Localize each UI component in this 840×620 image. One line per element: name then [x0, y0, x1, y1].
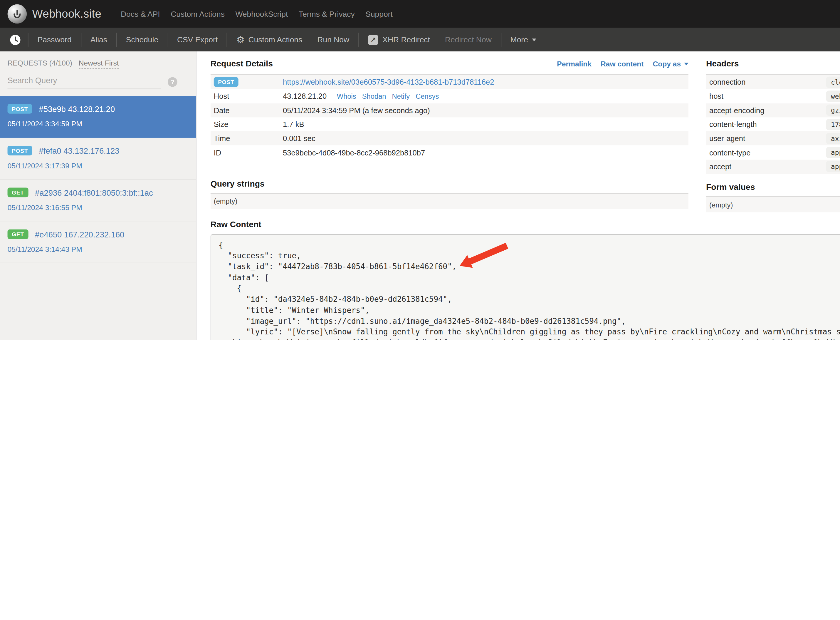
table-row: Time 0.001 sec — [210, 131, 688, 146]
request-id-ip: #53e9b 43.128.21.20 — [39, 105, 115, 114]
method-badge: POST — [8, 104, 32, 114]
toolbar-divider — [167, 32, 168, 47]
header-name: host — [709, 92, 826, 101]
nav-link-terms-privacy[interactable]: Terms & Privacy — [293, 10, 360, 18]
date-value: 05/11/2024 3:34:59 PM (a few seconds ago… — [283, 106, 430, 114]
top-navbar: Webhook.site Docs & API Custom Actions W… — [0, 0, 840, 28]
header-value: axi — [826, 133, 840, 144]
header-value: clo — [826, 77, 840, 87]
toolbar-divider — [358, 32, 359, 47]
toolbar-item-label: Custom Actions — [248, 35, 302, 44]
action-toolbar: Password Alias Schedule CSV Export ⚙ Cus… — [0, 28, 840, 51]
request-timestamp: 05/11/2024 3:17:39 PM — [8, 162, 189, 170]
netify-link[interactable]: Netify — [392, 92, 410, 100]
form-values-table: (empty) — [706, 196, 840, 212]
toolbar-divider — [28, 32, 29, 47]
method-badge: POST — [8, 146, 32, 155]
header-name: content-length — [709, 120, 826, 129]
row-label: ID — [214, 148, 283, 157]
history-clock-icon[interactable] — [10, 34, 26, 45]
header-name: accept-encoding — [709, 106, 826, 114]
method-badge: GET — [8, 229, 29, 239]
raw-content-link[interactable]: Raw content — [601, 60, 643, 68]
empty-row: (empty) — [706, 197, 840, 212]
request-list-item[interactable]: POST #53e9b 43.128.21.20 05/11/2024 3:34… — [0, 96, 196, 137]
toolbar-item-custom-actions[interactable]: ⚙ Custom Actions — [229, 35, 310, 45]
toolbar-item-alias[interactable]: Alias — [83, 35, 114, 44]
id-value: 53e9bebc-4d08-49be-8cc2-968b92b810b7 — [283, 148, 425, 157]
sort-order-toggle[interactable]: Newest First — [79, 59, 119, 69]
table-row: host web — [706, 89, 840, 103]
table-row: connection clo — [706, 75, 840, 89]
table-row: POST https://webhook.site/03e60575-3d96-… — [210, 75, 688, 89]
toolbar-item-redirect-now[interactable]: Redirect Now — [437, 35, 499, 44]
header-value: app — [826, 161, 840, 172]
headers-table: connection clo host web accept-encoding … — [706, 74, 840, 174]
toolbar-divider — [81, 32, 81, 47]
table-row: content-type app — [706, 146, 840, 160]
table-row: user-agent axi — [706, 131, 840, 146]
size-value: 1.7 kB — [283, 120, 304, 129]
external-link-icon: ↗ — [368, 35, 378, 45]
header-value: app — [826, 147, 840, 158]
request-list-item[interactable]: POST #fefa0 43.132.176.123 05/11/2024 3:… — [0, 138, 196, 179]
request-details-table: POST https://webhook.site/03e60575-3d96-… — [210, 74, 688, 160]
annotation-arrow-icon — [453, 242, 513, 271]
method-badge: POST — [214, 77, 239, 87]
request-url-link[interactable]: https://webhook.site/03e60575-3d96-4132-… — [283, 78, 494, 86]
toolbar-item-password[interactable]: Password — [30, 35, 79, 44]
shodan-link[interactable]: Shodan — [362, 92, 386, 100]
header-value: 178 — [826, 119, 840, 130]
request-timestamp: 05/11/2024 3:16:55 PM — [8, 204, 189, 212]
copy-as-label: Copy as — [653, 60, 681, 68]
brand[interactable]: Webhook.site — [8, 5, 102, 24]
header-value: gzi — [826, 105, 840, 116]
request-list: POST #53e9b 43.128.21.20 05/11/2024 3:34… — [0, 96, 196, 263]
header-name: user-agent — [709, 134, 826, 143]
permalink-link[interactable]: Permalink — [557, 60, 592, 68]
nav-links: Docs & API Custom Actions WebhookScript … — [116, 10, 398, 18]
copy-as-dropdown[interactable]: Copy as — [653, 60, 688, 68]
request-list-item[interactable]: GET #a2936 2404:f801:8050:3:bf::1ac 05/1… — [0, 179, 196, 221]
whois-link[interactable]: Whois — [337, 92, 356, 100]
nav-link-support[interactable]: Support — [360, 10, 398, 18]
row-label: Time — [214, 134, 283, 143]
toolbar-item-run-now[interactable]: Run Now — [310, 35, 357, 44]
table-row: content-length 178 — [706, 117, 840, 131]
censys-link[interactable]: Censys — [416, 92, 439, 100]
header-name: accept — [709, 163, 826, 171]
headers-panel: Headers connection clo host web accept-e… — [706, 51, 840, 212]
request-details-title: Request Details — [210, 59, 273, 69]
toolbar-item-schedule[interactable]: Schedule — [118, 35, 166, 44]
gear-icon: ⚙ — [236, 35, 245, 45]
toolbar-item-xhr-redirect[interactable]: ↗ XHR Redirect — [361, 35, 437, 45]
requests-sidebar: REQUESTS (4/100) Newest First ? POST #53… — [0, 51, 197, 340]
method-badge: GET — [8, 188, 29, 197]
nav-link-custom-actions[interactable]: Custom Actions — [165, 10, 230, 18]
requests-count-label: REQUESTS (4/100) — [8, 59, 72, 67]
toolbar-item-more[interactable]: More — [503, 35, 544, 44]
time-value: 0.001 sec — [283, 134, 316, 143]
chevron-down-icon — [532, 38, 536, 41]
row-label: Size — [214, 120, 283, 129]
toolbar-item-label: XHR Redirect — [382, 35, 430, 44]
toolbar-item-csv-export[interactable]: CSV Export — [170, 35, 225, 44]
request-timestamp: 05/11/2024 3:34:59 PM — [8, 120, 189, 128]
raw-content-code: { "success": true, "task_id": "44472ab8-… — [210, 234, 840, 340]
request-timestamp: 05/11/2024 3:14:43 PM — [8, 245, 189, 253]
toolbar-divider — [227, 32, 227, 47]
nav-link-webhookscript[interactable]: WebhookScript — [230, 10, 293, 18]
search-input[interactable] — [8, 75, 161, 89]
table-row: accept-encoding gzi — [706, 103, 840, 117]
request-id-ip: #e4650 167.220.232.160 — [35, 230, 124, 239]
search-help-icon[interactable]: ? — [168, 77, 177, 87]
table-row: Host 43.128.21.20 Whois Shodan Netify Ce… — [210, 89, 688, 103]
header-name: connection — [709, 78, 826, 86]
row-label: Date — [214, 106, 283, 114]
row-label: Host — [214, 92, 283, 101]
request-list-item[interactable]: GET #e4650 167.220.232.160 05/11/2024 3:… — [0, 221, 196, 263]
raw-content-title: Raw Content — [210, 220, 840, 229]
form-values-title: Form values — [706, 182, 840, 192]
table-row: ID 53e9bebc-4d08-49be-8cc2-968b92b810b7 — [210, 146, 688, 160]
nav-link-docs-api[interactable]: Docs & API — [116, 10, 165, 18]
